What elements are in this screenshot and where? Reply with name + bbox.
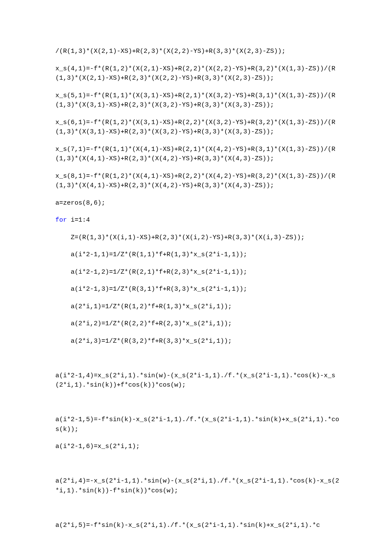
code-line: a(2*i,2)=1/Z*(R(2,2)*f+R(2,3)*x_s(2*i,1)… bbox=[55, 319, 341, 329]
code-line: x_s(8,1)=-f*(R(1,2)*(X(4,1)-XS)+R(2,2)*(… bbox=[55, 172, 341, 191]
code-line: a(2*i,5)=-f*sin(k)-x_s(2*i,1)./f.*(x_s(2… bbox=[55, 521, 341, 531]
code-line: x_s(7,1)=-f*(R(1,1)*(X(4,1)-XS)+R(2,1)*(… bbox=[55, 145, 341, 164]
code-line: x_s(5,1)=-f*(R(1,1)*(X(3,1)-XS)+R(2,1)*(… bbox=[55, 91, 341, 110]
code-block: /(R(1,3)*(X(2,1)-XS)+R(2,3)*(X(2,2)-YS)+… bbox=[55, 47, 341, 530]
code-line: Z=(R(1,3)*(X(i,1)-XS)+R(2,3)*(X(i,2)-YS)… bbox=[55, 233, 341, 243]
code-line: a(i*2-1,2)=1/Z*(R(2,1)*f+R(2,3)*x_s(2*i-… bbox=[55, 268, 341, 278]
code-line: a(i*2-1,4)=x_s(2*i,1).*sin(w)-(x_s(2*i-1… bbox=[55, 371, 341, 390]
code-line: a(i*2-1,3)=1/Z*(R(3,1)*f+R(3,3)*x_s(2*i-… bbox=[55, 285, 341, 295]
code-line: a(i*2-1,1)=1/Z*(R(1,1)*f+R(1,3)*x_s(2*i-… bbox=[55, 250, 341, 260]
code-line: /(R(1,3)*(X(2,1)-XS)+R(2,3)*(X(2,2)-YS)+… bbox=[55, 47, 341, 57]
code-line: x_s(6,1)=-f*(R(1,2)*(X(3,1)-XS)+R(2,2)*(… bbox=[55, 118, 341, 137]
code-line: x_s(4,1)=-f*(R(1,2)*(X(2,1)-XS)+R(2,2)*(… bbox=[55, 64, 341, 84]
code-line: a(i*2-1,6)=x_s(2*i,1); bbox=[55, 442, 341, 452]
code-line bbox=[55, 354, 341, 364]
code-line: a(2*i,3)=1/Z*(R(3,2)*f+R(3,3)*x_s(2*i,1)… bbox=[55, 337, 341, 347]
code-line bbox=[55, 398, 341, 408]
code-line: for i=1:4 bbox=[55, 216, 341, 225]
code-line bbox=[55, 503, 341, 513]
code-line: a(2*i,4)=-x_s(2*i-1,1).*sin(w)-(x_s(2*i,… bbox=[55, 477, 341, 496]
code-line: a(2*i,1)=1/Z*(R(1,2)*f+R(1,3)*x_s(2*i,1)… bbox=[55, 302, 341, 312]
code-page: /(R(1,3)*(X(2,1)-XS)+R(2,3)*(X(2,2)-YS)+… bbox=[0, 0, 392, 555]
code-line: a=zeros(8,6); bbox=[55, 199, 341, 208]
code-line: a(i*2-1,5)=-f*sin(k)-x_s(2*i-1,1)./f.*(x… bbox=[55, 415, 341, 434]
code-line bbox=[55, 460, 341, 469]
